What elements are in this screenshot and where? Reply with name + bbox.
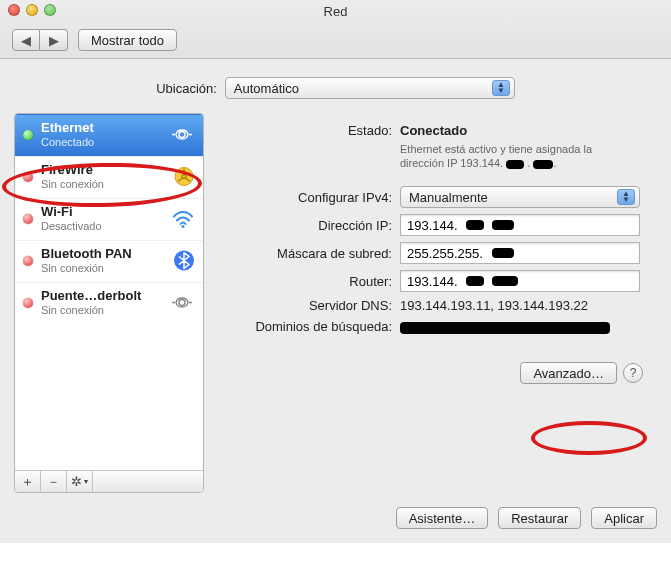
titlebar: Red (0, 0, 671, 22)
chevron-down-icon: ▾ (84, 477, 88, 486)
help-button[interactable]: ? (623, 363, 643, 383)
service-sidebar: Ethernet Conectado FireWire Sin conexión (14, 113, 204, 493)
updown-icon: ▲▼ (617, 189, 635, 205)
search-domains-value (400, 319, 647, 334)
firewire-icon (173, 165, 195, 190)
toolbar: ◀ ▶ Mostrar todo (0, 22, 671, 58)
sidebar-item-wifi[interactable]: Wi-Fi Desactivado (15, 198, 203, 240)
traffic-lights (8, 4, 56, 16)
sidebar-item-label: FireWire (41, 163, 104, 177)
chevron-left-icon: ◀ (21, 33, 31, 48)
dns-label: Servidor DNS: (222, 298, 392, 313)
sidebar-item-thunderbolt-bridge[interactable]: Puente…derbolt Sin conexión (15, 282, 203, 324)
bottom-bar: Asistente… Restaurar Aplicar (14, 507, 657, 529)
redacted-icon (466, 220, 484, 230)
bluetooth-icon (173, 249, 195, 274)
apply-button[interactable]: Aplicar (591, 507, 657, 529)
location-value: Automático (234, 81, 299, 96)
sidebar-footer: ＋ － ✲▾ (15, 470, 203, 492)
back-button[interactable]: ◀ (12, 29, 40, 51)
search-domains-label: Dominios de búsqueda: (222, 319, 392, 334)
configure-ipv4-popup[interactable]: Manualmente ▲▼ (400, 186, 640, 208)
router-input[interactable] (400, 270, 640, 292)
svg-point-3 (182, 225, 185, 228)
status-dot-icon (23, 172, 33, 182)
location-row: Ubicación: Automático ▲▼ (14, 77, 657, 99)
status-sub-line2: dirección IP 193.144. (400, 157, 503, 169)
bridge-icon (169, 293, 195, 314)
router-label: Router: (222, 274, 392, 289)
svg-point-5 (179, 299, 185, 305)
ethernet-icon (169, 125, 195, 146)
sidebar-item-status: Sin conexión (41, 303, 141, 317)
configure-value: Manualmente (409, 190, 488, 205)
close-window-icon[interactable] (8, 4, 20, 16)
service-actions-button[interactable]: ✲▾ (67, 471, 93, 492)
redacted-icon (506, 160, 524, 169)
add-service-button[interactable]: ＋ (15, 471, 41, 492)
restore-button[interactable]: Restaurar (498, 507, 581, 529)
content-area: Ubicación: Automático ▲▼ Ethernet Conect… (0, 59, 671, 543)
main-row: Ethernet Conectado FireWire Sin conexión (14, 113, 657, 493)
sidebar-item-label: Bluetooth PAN (41, 247, 132, 261)
redacted-icon (492, 220, 514, 230)
sidebar-item-label: Wi-Fi (41, 205, 102, 219)
advanced-row: Avanzado… ? (222, 362, 647, 384)
detail-panel: Estado: Conectado Ethernet está activo y… (218, 113, 657, 493)
redacted-icon (492, 248, 514, 258)
status-subtext: Ethernet está activo y tiene asignada la… (400, 142, 647, 170)
subnet-mask-input[interactable] (400, 242, 640, 264)
window-chrome: Red ◀ ▶ Mostrar todo (0, 0, 671, 59)
sidebar-item-status: Desactivado (41, 219, 102, 233)
status-dot-icon (23, 130, 33, 140)
location-popup[interactable]: Automático ▲▼ (225, 77, 515, 99)
status-value: Conectado (400, 123, 647, 138)
sidebar-item-label: Puente…derbolt (41, 289, 141, 303)
status-dot-icon (23, 256, 33, 266)
nav-segment: ◀ ▶ (12, 29, 68, 51)
status-dot-icon (23, 214, 33, 224)
status-label: Estado: (222, 123, 392, 138)
redacted-icon (492, 276, 518, 286)
configure-label: Configurar IPv4: (222, 190, 392, 205)
gear-icon: ✲ (71, 474, 82, 489)
forward-button[interactable]: ▶ (40, 29, 68, 51)
ip-label: Dirección IP: (222, 218, 392, 233)
sidebar-item-status: Sin conexión (41, 177, 104, 191)
svg-point-0 (179, 131, 185, 137)
wifi-icon (171, 208, 195, 231)
sidebar-item-label: Ethernet (41, 121, 94, 135)
sidebar-item-status: Conectado (41, 135, 94, 149)
mask-label: Máscara de subred: (222, 246, 392, 261)
show-all-button[interactable]: Mostrar todo (78, 29, 177, 51)
redacted-icon (466, 276, 484, 286)
dns-value: 193.144.193.11, 193.144.193.22 (400, 298, 647, 313)
assistant-button[interactable]: Asistente… (396, 507, 488, 529)
advanced-button[interactable]: Avanzado… (520, 362, 617, 384)
zoom-window-icon[interactable] (44, 4, 56, 16)
detail-form: Estado: Conectado Ethernet está activo y… (222, 123, 647, 334)
status-dot-icon (23, 298, 33, 308)
minimize-window-icon[interactable] (26, 4, 38, 16)
updown-icon: ▲▼ (492, 80, 510, 96)
sidebar-item-bluetooth[interactable]: Bluetooth PAN Sin conexión (15, 240, 203, 282)
window-title: Red (324, 4, 348, 19)
ip-input[interactable] (400, 214, 640, 236)
sidebar-item-ethernet[interactable]: Ethernet Conectado (15, 114, 203, 156)
status-sub-line1: Ethernet está activo y tiene asignada la (400, 143, 592, 155)
redacted-icon (533, 160, 553, 169)
chevron-right-icon: ▶ (49, 33, 59, 48)
remove-service-button[interactable]: － (41, 471, 67, 492)
sidebar-item-firewire[interactable]: FireWire Sin conexión (15, 156, 203, 198)
location-label: Ubicación: (156, 81, 217, 96)
redacted-icon (400, 322, 610, 334)
sidebar-item-status: Sin conexión (41, 261, 132, 275)
